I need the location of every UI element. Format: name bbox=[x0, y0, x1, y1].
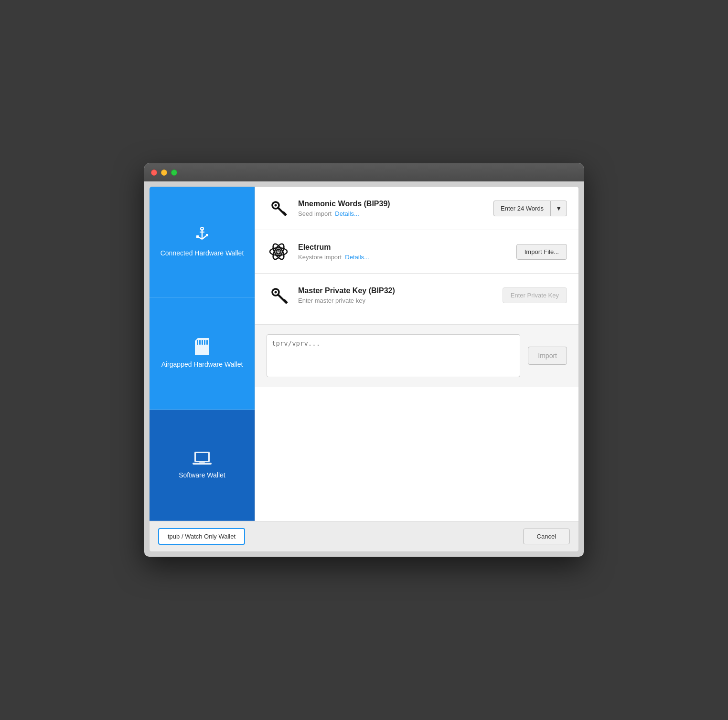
svg-point-26 bbox=[275, 291, 277, 294]
import-button[interactable]: Import bbox=[528, 347, 567, 365]
watch-only-button[interactable]: tpub / Watch Only Wallet bbox=[158, 528, 245, 545]
svg-rect-8 bbox=[199, 340, 201, 345]
sidebar-item-airgapped-hardware-label: Airgapped Hardware Wallet bbox=[161, 360, 243, 369]
svg-rect-3 bbox=[196, 235, 199, 238]
minimize-button[interactable] bbox=[161, 169, 167, 176]
svg-rect-10 bbox=[204, 340, 205, 345]
svg-rect-15 bbox=[199, 462, 205, 463]
electrum-icon: ₿ bbox=[267, 240, 290, 264]
master-private-key-title: Master Private Key (BIP32) bbox=[298, 286, 495, 295]
svg-point-17 bbox=[275, 204, 277, 207]
master-private-key-option-row: Master Private Key (BIP32) Enter master … bbox=[255, 274, 578, 387]
svg-rect-9 bbox=[202, 340, 203, 345]
electrum-import-button[interactable]: Import File... bbox=[516, 244, 567, 260]
mnemonic-details-link[interactable]: Details... bbox=[335, 210, 359, 217]
dialog-body: Connected Hardware Wallet bbox=[150, 187, 578, 521]
svg-rect-13 bbox=[196, 453, 208, 461]
master-private-key-inner: Master Private Key (BIP32) Enter master … bbox=[255, 274, 578, 317]
maximize-button[interactable] bbox=[171, 169, 177, 176]
usb-icon bbox=[193, 227, 211, 244]
svg-rect-4 bbox=[206, 234, 208, 236]
mnemonic-option-row: Mnemonic Words (BIP39) Seed import Detai… bbox=[255, 187, 578, 230]
main-window: Connected Hardware Wallet bbox=[144, 163, 584, 557]
sidebar-item-software-wallet[interactable]: Software Wallet bbox=[150, 410, 255, 521]
sidebar-item-connected-hardware-label: Connected Hardware Wallet bbox=[161, 249, 244, 257]
sidebar-item-connected-hardware[interactable]: Connected Hardware Wallet bbox=[150, 187, 255, 298]
electrum-details-link[interactable]: Details... bbox=[345, 254, 369, 261]
svg-rect-7 bbox=[197, 340, 198, 345]
mnemonic-title: Mnemonic Words (BIP39) bbox=[298, 200, 486, 208]
mnemonic-text: Mnemonic Words (BIP39) Seed import Detai… bbox=[298, 200, 486, 217]
sidebar: Connected Hardware Wallet bbox=[150, 187, 255, 521]
master-private-key-actions: Enter Private Key bbox=[503, 287, 567, 303]
svg-text:₿: ₿ bbox=[277, 249, 280, 255]
mnemonic-enter-button[interactable]: Enter 24 Words bbox=[493, 201, 550, 216]
main-content: Mnemonic Words (BIP39) Seed import Detai… bbox=[255, 187, 578, 521]
sd-card-icon bbox=[195, 338, 209, 355]
svg-rect-11 bbox=[206, 340, 208, 345]
mnemonic-split-button: Enter 24 Words ▼ bbox=[493, 201, 567, 216]
enter-private-key-button[interactable]: Enter Private Key bbox=[503, 287, 567, 303]
sidebar-item-software-wallet-label: Software Wallet bbox=[179, 471, 225, 479]
cancel-button[interactable]: Cancel bbox=[523, 529, 570, 544]
electrum-text: Electrum Keystore import Details... bbox=[298, 243, 509, 261]
dialog-footer: tpub / Watch Only Wallet Cancel bbox=[150, 521, 578, 551]
mnemonic-icon bbox=[267, 196, 290, 220]
electrum-subtitle: Keystore import Details... bbox=[298, 254, 509, 261]
sidebar-item-airgapped-hardware[interactable]: Airgapped Hardware Wallet bbox=[150, 298, 255, 409]
electrum-actions: Import File... bbox=[516, 244, 567, 260]
laptop-icon bbox=[193, 451, 212, 466]
electrum-title: Electrum bbox=[298, 243, 509, 252]
master-private-key-subtitle: Enter master private key bbox=[298, 297, 495, 304]
master-key-icon bbox=[267, 283, 290, 307]
electrum-option-row: ₿ Electrum Keystore import Details... Im… bbox=[255, 230, 578, 274]
titlebar bbox=[144, 163, 584, 181]
private-key-expanded-area: Import bbox=[255, 324, 578, 387]
close-button[interactable] bbox=[151, 169, 157, 176]
private-key-input[interactable] bbox=[267, 334, 520, 377]
master-private-key-text: Master Private Key (BIP32) Enter master … bbox=[298, 286, 495, 304]
dialog: Connected Hardware Wallet bbox=[149, 186, 579, 552]
mnemonic-dropdown-arrow[interactable]: ▼ bbox=[550, 201, 567, 216]
mnemonic-subtitle: Seed import Details... bbox=[298, 210, 486, 217]
mnemonic-actions: Enter 24 Words ▼ bbox=[493, 201, 567, 216]
